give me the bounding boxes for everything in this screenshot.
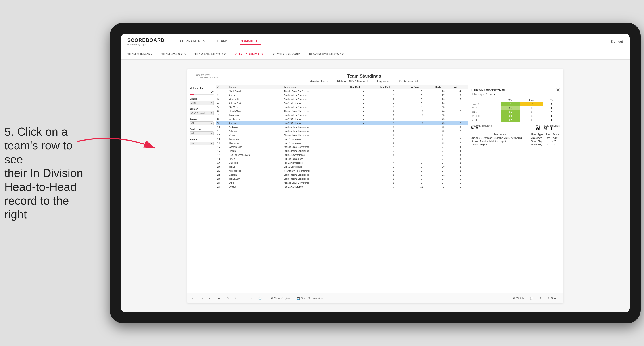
crop-button[interactable]: ✂ [234,296,239,301]
cell-no-tour: 10 [409,121,434,125]
table-row[interactable]: 1 North Carolina Atlantic Coast Conferen… [216,89,468,93]
cell-reg-rank: - [349,181,378,185]
nav-committee[interactable]: COMMITTEE [240,38,261,45]
h2h-cell-loss: 2 [520,110,543,114]
watch-button[interactable]: 👁Watch [511,296,526,301]
table-row[interactable]: 7 Tennessee Southeastern Conference - 6 … [216,113,468,117]
subnav-team-h2h-heatmap[interactable]: TEAM H2H HEATMAP [194,51,226,57]
subnav-player-summary[interactable]: PLAYER SUMMARY [235,51,264,57]
top-navigation: SCOREBOARD Powered by clippd TOURNAMENTS… [121,34,630,49]
view-original-button[interactable]: 👁View: Original [269,296,292,301]
cell-school: Texas [228,165,282,169]
col-conference: Conference [282,85,349,89]
grid-button[interactable]: ⊞ [538,296,543,301]
cell-conf-rank: 2 [378,141,409,145]
division-select[interactable]: NCAA Division I ▼ [190,111,214,115]
minus-button[interactable]: - [250,296,254,301]
subnav-player-h2h-grid[interactable]: PLAYER H2H GRID [272,51,300,57]
cell-school: Arizona [228,121,282,125]
cell-rnds: 26 [434,101,453,105]
cell-conf-rank: 1 [378,157,409,161]
cell-conference: Big Ten Conference [282,157,349,161]
table-row[interactable]: 14 Oklahoma Big 12 Conference - 2 9 26 2 [216,141,468,145]
table-row[interactable]: 13 Texas Tech Big 12 Conference - 1 9 27… [216,137,468,141]
tournament-cell-name: Jackson T. Stephens Cup Men's Match-Play… [471,136,530,140]
school-select[interactable]: (All) ▼ [190,142,214,145]
cell-no-tour: 9 [409,149,434,153]
h2h-header-row: Win Loss Tie [471,98,560,102]
table-row[interactable]: 12 Virginia Atlantic Coast Conference - … [216,133,468,137]
redo-button[interactable]: ↪ [199,296,205,301]
record-section: W-L-T record in-division: 86 - 26 - 1 [536,125,560,131]
cell-rnds: 24 [434,157,453,161]
zoom-button[interactable]: ⊕ [225,296,231,301]
nav-tournaments[interactable]: TOURNAMENTS [178,38,205,45]
cell-school: Texas A&M [228,177,282,181]
table-row[interactable]: 4 Arizona State Pac-12 Conference - 4 9 … [216,101,468,105]
table-row[interactable]: 17 East Tennessee State Southern Confere… [216,153,468,157]
table-row[interactable]: 18 Illinois Big Ten Conference - 1 9 24 … [216,157,468,161]
step-back-button[interactable]: ⏮ [207,296,214,301]
table-row[interactable]: 19 California Pac-12 Conference - 4 8 24… [216,161,468,165]
table-row[interactable]: 5 Ole Miss Southeastern Conference - 3 6… [216,105,468,109]
subnav-player-h2h-heatmap[interactable]: PLAYER H2H HEATMAP [309,51,344,57]
cell-rnds: 24 [434,109,453,113]
table-row[interactable]: 20 Texas Big 12 Conference - 3 7 20 2 [216,165,468,169]
gender-select[interactable]: Men's ▼ [190,101,214,105]
cell-reg-rank: - [349,101,378,105]
cell-school: California [228,161,282,165]
col-rnds: Rnds [434,85,453,89]
logo-sub: Powered by clippd [128,43,165,46]
comment-button[interactable]: 💬 [528,296,535,301]
subnav-team-h2h-grid[interactable]: TEAM H2H GRID [162,51,186,57]
cell-rank: 12 [216,133,228,137]
table-row[interactable]: 9 Arizona Pac-12 Conference - 5 10 23 2 [216,121,468,125]
region-select[interactable]: N/A ▼ [190,121,214,125]
step-forward-button[interactable]: ⏭ [216,296,222,301]
table-row[interactable]: 21 New Mexico Mountain West Conference -… [216,169,468,173]
save-custom-button[interactable]: 💾Save Custom View [295,296,325,301]
table-row[interactable]: 10 Alabama Southeastern Conference - 5 8… [216,125,468,129]
table-row[interactable]: 25 Oregon Pac-12 Conference - 7 21 0 1 [216,185,468,189]
subnav-team-summary[interactable]: TEAM SUMMARY [128,51,153,57]
table-row[interactable]: 15 Georgia Tech Atlantic Coast Conferenc… [216,145,468,149]
sign-out-button[interactable]: Sign out [606,39,623,43]
table-row[interactable]: 16 Florida Southeastern Conference - 7 9… [216,149,468,153]
standings-table-area: # School Conference Reg Rank Conf Rank N… [216,85,468,293]
cell-conf-rank: 7 [378,149,409,153]
cell-reg-rank: - [349,133,378,137]
table-row[interactable]: 11 Arkansas Southeastern Conference - 6 … [216,129,468,133]
share-button[interactable]: ⬆Share [546,296,560,301]
h2h-cell-win: 11 [501,106,520,110]
table-row[interactable]: 3 Vanderbilt Southeastern Conference - 2… [216,97,468,101]
cell-rnds: 27 [434,181,453,185]
table-row[interactable]: 22 Georgia Southeastern Conference - 8 7… [216,173,468,177]
conference-select[interactable]: (All) ▼ [190,132,214,135]
cell-conf-rank: 3 [378,133,409,137]
clock-button[interactable]: 🕐 [257,296,264,301]
table-row[interactable]: 8 Washington Pac-12 Conference - 2 8 23 … [216,117,468,121]
cell-conf-rank: 8 [378,153,409,157]
table-row[interactable]: 2 Auburn Southeastern Conference - 1 9 2… [216,93,468,97]
cell-school: Duke [228,181,282,185]
division-label: Division [190,108,214,110]
cell-school: New Mexico [228,169,282,173]
cell-rnds: 24 [434,145,453,149]
cell-rnds: 18 [434,113,453,117]
table-row[interactable]: 23 Texas A&M Southeastern Conference - 9… [216,177,468,181]
undo-button[interactable]: ↩ [190,296,196,301]
table-row[interactable]: 6 Florida State Atlantic Coast Conferenc… [216,109,468,113]
cell-school: Vanderbilt [228,97,282,101]
cell-reg-rank: - [349,161,378,165]
add-button[interactable]: + [242,296,247,301]
tournament-header-row: Tournament Event Type Pos Score [471,133,560,136]
col-reg-rank: Reg Rank [349,85,378,89]
h2h-cell-win: 27 [501,118,520,122]
cell-school: Illinois [228,157,282,161]
table-row[interactable]: 24 Duke Atlantic Coast Conference - 5 9 … [216,181,468,185]
filter-minimum-rounds: Minimum Rou... 4 20 [190,87,214,95]
nav-teams[interactable]: TEAMS [216,38,228,45]
tournament-cell-pos: 11 [544,143,552,146]
tournament-cell-type: Stroke Play [530,143,544,146]
h2h-close-button[interactable]: ✕ [556,88,560,92]
